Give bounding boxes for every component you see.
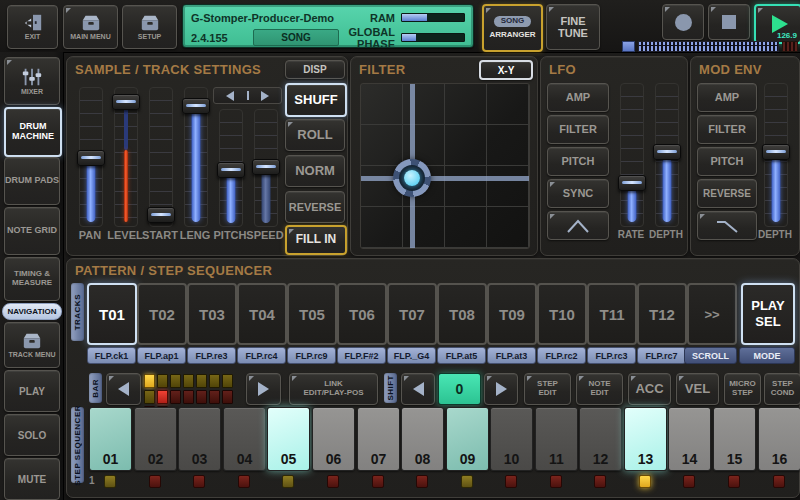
- modenv-pitch-button[interactable]: PITCH: [697, 147, 757, 176]
- pitch-slider[interactable]: [219, 109, 243, 227]
- pan-slider[interactable]: [79, 87, 103, 227]
- fine-tune-button[interactable]: FINE TUNE: [546, 4, 600, 50]
- step-01[interactable]: 01: [89, 407, 132, 471]
- acc-button[interactable]: ACC: [628, 373, 671, 405]
- track-sample-t12[interactable]: FLP.rc7: [637, 347, 686, 364]
- sidebar-item-play[interactable]: PLAY: [4, 370, 60, 412]
- shift-left-button[interactable]: [401, 373, 435, 405]
- sidebar-item-timing-measure[interactable]: TIMING & MEASURE: [4, 257, 60, 301]
- sample-select-arrows[interactable]: [213, 87, 282, 104]
- modenv-envelope-button[interactable]: [697, 211, 757, 240]
- step-13[interactable]: 13: [624, 407, 667, 471]
- bar-grid[interactable]: [144, 374, 237, 402]
- shift-right-button[interactable]: [484, 373, 518, 405]
- step-02[interactable]: 02: [134, 407, 177, 471]
- play-sel-mode-button[interactable]: PLAY SEL: [741, 283, 795, 345]
- reverse-button[interactable]: REVERSE: [285, 191, 345, 223]
- shuff-button[interactable]: SHUFF: [285, 83, 347, 117]
- mode-display[interactable]: SONG: [253, 29, 339, 46]
- song-arranger-button[interactable]: SONG ARRANGER: [482, 4, 543, 52]
- step-05[interactable]: 05: [267, 407, 310, 471]
- track-button-t04[interactable]: T04: [237, 283, 287, 345]
- lfo-sync-button[interactable]: SYNC: [547, 179, 609, 208]
- lfo-filter-button[interactable]: FILTER: [547, 115, 609, 144]
- exit-button[interactable]: EXIT: [7, 5, 58, 49]
- step-12[interactable]: 12: [579, 407, 622, 471]
- record-button[interactable]: [662, 4, 704, 40]
- step-09[interactable]: 09: [446, 407, 489, 471]
- modenv-filter-button[interactable]: FILTER: [697, 115, 757, 144]
- start-slider[interactable]: [149, 87, 173, 227]
- step-03[interactable]: 03: [178, 407, 221, 471]
- filter-xy-pad[interactable]: [360, 83, 530, 249]
- link-edit-play-pos-button[interactable]: LINK EDIT/PLAY-POS: [289, 373, 378, 405]
- sidebar-item-note-grid[interactable]: NOTE GRID: [4, 207, 60, 255]
- track-sample-t08[interactable]: FLP.at5: [437, 347, 486, 364]
- step-10[interactable]: 10: [490, 407, 533, 471]
- modenv-amp-button[interactable]: AMP: [697, 83, 757, 112]
- track-scroll-button[interactable]: >>: [687, 283, 737, 345]
- track-button-t11[interactable]: T11: [587, 283, 637, 345]
- track-sample-t02[interactable]: FLP.ap1: [137, 347, 186, 364]
- sidebar-item-solo[interactable]: SOLO: [4, 414, 60, 456]
- disp-button[interactable]: DISP: [285, 60, 345, 79]
- norm-button[interactable]: NORM: [285, 155, 345, 187]
- modenv-depth-slider[interactable]: [764, 83, 788, 227]
- setup-button[interactable]: SETUP: [122, 5, 177, 49]
- step-04[interactable]: 04: [223, 407, 266, 471]
- sidebar-item-drum-machine[interactable]: DRUM MACHINE: [4, 107, 62, 157]
- track-sample-t10[interactable]: FLP.rc2: [537, 347, 586, 364]
- xy-handle[interactable]: [393, 159, 431, 197]
- track-button-t12[interactable]: T12: [637, 283, 687, 345]
- level-slider[interactable]: [114, 87, 138, 227]
- step-cond-button[interactable]: STEP COND: [764, 373, 800, 405]
- track-sample-t01[interactable]: FLP.ck1: [87, 347, 136, 364]
- roll-button[interactable]: ROLL: [285, 119, 345, 151]
- xy-mode-button[interactable]: X-Y: [479, 60, 533, 80]
- track-button-t10[interactable]: T10: [537, 283, 587, 345]
- track-sample-t05[interactable]: FLP.rc9: [287, 347, 336, 364]
- step-edit-button[interactable]: STEP EDIT: [524, 373, 571, 405]
- track-sample-t06[interactable]: FLP.F#2: [337, 347, 386, 364]
- leng-slider[interactable]: [184, 87, 208, 227]
- play-button[interactable]: 126.9: [754, 4, 800, 44]
- track-sample-t11[interactable]: FLP.rc3: [587, 347, 636, 364]
- track-button-t02[interactable]: T02: [137, 283, 187, 345]
- step-06[interactable]: 06: [312, 407, 355, 471]
- step-15[interactable]: 15: [713, 407, 756, 471]
- lfo-pitch-button[interactable]: PITCH: [547, 147, 609, 176]
- main-menu-button[interactable]: MAIN MENU: [63, 5, 118, 49]
- micro-step-button[interactable]: MICRO STEP: [724, 373, 761, 405]
- sidebar-item-track-menu[interactable]: TRACK MENU: [4, 322, 60, 368]
- track-button-t01[interactable]: T01: [87, 283, 137, 345]
- step-08[interactable]: 08: [401, 407, 444, 471]
- lfo-amp-button[interactable]: AMP: [547, 83, 609, 112]
- lfo-rate-slider[interactable]: [620, 83, 644, 227]
- lfo-waveform-button[interactable]: [547, 211, 609, 240]
- sidebar-item-drum-pads[interactable]: DRUM PADS: [4, 157, 60, 205]
- stop-button[interactable]: [708, 4, 750, 40]
- step-07[interactable]: 07: [357, 407, 400, 471]
- track-button-t09[interactable]: T09: [487, 283, 537, 345]
- track-sample-t04[interactable]: FLP.rc4: [237, 347, 286, 364]
- note-edit-button[interactable]: NOTE EDIT: [576, 373, 623, 405]
- modenv-reverse-button[interactable]: REVERSE: [697, 179, 757, 208]
- track-button-t03[interactable]: T03: [187, 283, 237, 345]
- speed-slider[interactable]: [254, 109, 278, 227]
- lfo-depth-slider[interactable]: [655, 83, 679, 227]
- track-sample-t09[interactable]: FLP.at3: [487, 347, 536, 364]
- fill-in-button[interactable]: FILL IN: [285, 225, 347, 255]
- track-sample-t07[interactable]: FLP._G4: [387, 347, 436, 364]
- step-16[interactable]: 16: [758, 407, 800, 471]
- track-button-t06[interactable]: T06: [337, 283, 387, 345]
- bar-next-button[interactable]: [246, 373, 281, 405]
- track-button-t05[interactable]: T05: [287, 283, 337, 345]
- track-button-t08[interactable]: T08: [437, 283, 487, 345]
- vel-button[interactable]: VEL: [676, 373, 719, 405]
- step-14[interactable]: 14: [668, 407, 711, 471]
- sidebar-item-mute[interactable]: MUTE: [4, 458, 60, 500]
- sidebar-item-mixer[interactable]: MIXER: [4, 57, 60, 105]
- track-sample-t03[interactable]: FLP.re3: [187, 347, 236, 364]
- bar-prev-button[interactable]: [106, 373, 141, 405]
- track-button-t07[interactable]: T07: [387, 283, 437, 345]
